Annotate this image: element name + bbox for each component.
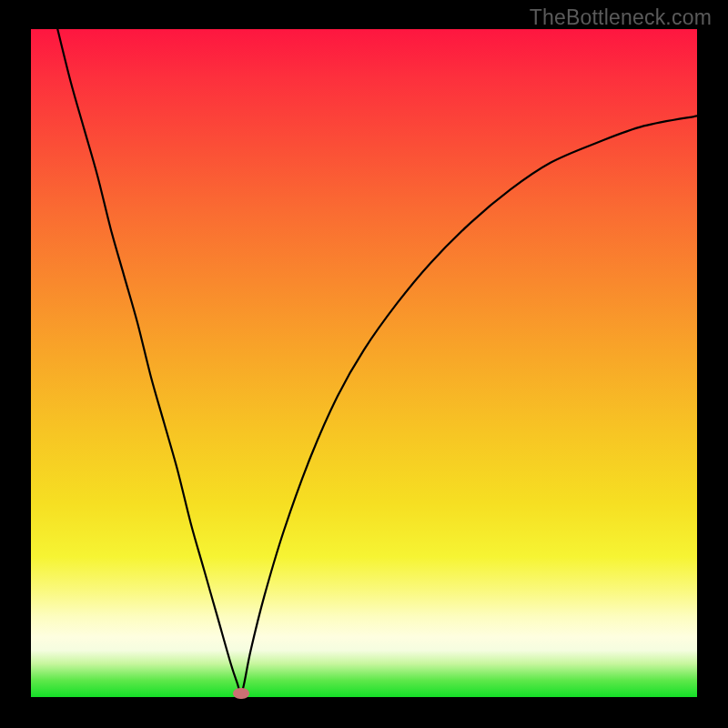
minimum-marker bbox=[233, 688, 249, 699]
chart-frame: TheBottleneck.com bbox=[0, 0, 728, 728]
watermark-text: TheBottleneck.com bbox=[530, 5, 712, 30]
plot-area bbox=[31, 29, 697, 697]
bottleneck-curve bbox=[31, 29, 697, 697]
